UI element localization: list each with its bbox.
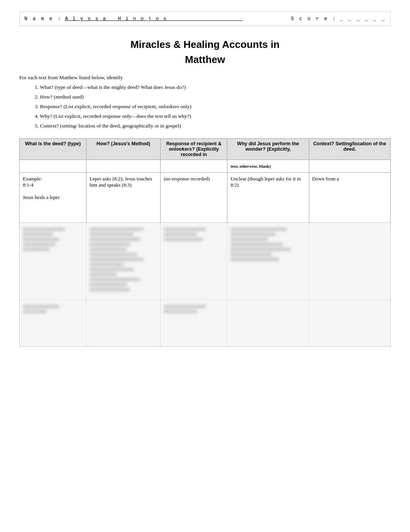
- example-col2: Leper asks (8:2); Jesus touches him and …: [86, 173, 160, 223]
- name-value: A l y s s a _ H i n o j o s _ _ _ _ _ _ …: [65, 16, 243, 22]
- score-value: _ _ _ _ _ _: [340, 16, 386, 22]
- row3-col3: [161, 300, 227, 347]
- row3-col4: [227, 300, 309, 347]
- score-label: S c o r e :: [291, 16, 337, 22]
- row2-col4: [227, 223, 309, 300]
- subh-col3: [161, 160, 227, 173]
- row2-col3: [161, 223, 227, 300]
- row3-col5: [309, 300, 390, 347]
- row2-col5: [309, 223, 390, 300]
- page-title-line1: Miracles & Healing Accounts in: [19, 37, 391, 51]
- subh-col1: [20, 160, 86, 173]
- th-response: Response of recipient & onlookers? (Expl…: [161, 139, 227, 160]
- example-col3: (no response recorded): [161, 173, 227, 223]
- instruction-item-2: 2. How? (method used): [35, 93, 391, 102]
- instruction-item-5: 5. Context? (setting/ location of the de…: [35, 122, 391, 131]
- row3-col1: [20, 300, 86, 347]
- row3-col2: [86, 300, 160, 347]
- table-header-row: What is the deed? (type) How? (Jesus's M…: [20, 139, 391, 160]
- instruction-item-3: 3. Response? (List explicit, recorded re…: [35, 102, 391, 111]
- th-what: What is the deed? (type): [20, 139, 86, 160]
- header-bar: N a m e : A l y s s a _ H i n o j o s _ …: [19, 12, 391, 26]
- instructions-intro: For each text from Matthew listed below,…: [19, 73, 391, 82]
- table-row-2: [20, 223, 391, 300]
- subh-col2: [86, 160, 160, 173]
- instruction-item-1: 1. What? (type of deed—what is the might…: [35, 83, 391, 92]
- subh-col4: text, otherwise, blank): [227, 160, 309, 173]
- table-row-3: [20, 300, 391, 347]
- table-row-example: Example:8:1-4Jesus heals a leper Leper a…: [20, 173, 391, 223]
- th-how: How? (Jesus's Method): [86, 139, 160, 160]
- name-label: N a m e :: [24, 16, 62, 22]
- subh-col5: [309, 160, 390, 173]
- example-col1: Example:8:1-4Jesus heals a leper: [20, 173, 86, 223]
- instruction-item-4: 4. Why? (List explicit, recorded respons…: [35, 112, 391, 121]
- example-col4: Unclear (though leper asks for it in 8:2…: [227, 173, 309, 223]
- example-col5: Down from a: [309, 173, 390, 223]
- row2-col1: [20, 223, 86, 300]
- table-subheader-row: text, otherwise, blank): [20, 160, 391, 173]
- row2-col2: [86, 223, 160, 300]
- page-title-line2: Matthew: [19, 54, 391, 66]
- th-context: Context? Setting/location of the deed.: [309, 139, 390, 160]
- main-table: What is the deed? (type) How? (Jesus's M…: [19, 138, 391, 347]
- th-why: Why did Jesus perform the wonder? (Expli…: [227, 139, 309, 160]
- instructions-block: For each text from Matthew listed below,…: [19, 73, 391, 131]
